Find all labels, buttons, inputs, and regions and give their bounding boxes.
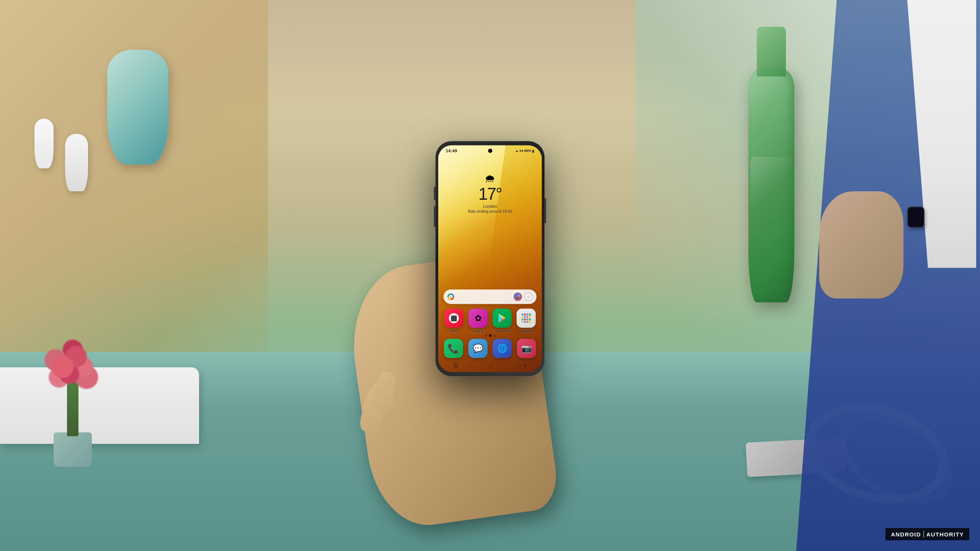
watermark-android: ANDROID	[891, 531, 921, 538]
page-indicators	[485, 334, 495, 337]
status-icons: ▲ ●● 80% ▮	[515, 148, 534, 153]
person-right-hand	[819, 191, 903, 298]
weather-widget[interactable]: 🌧 17° London Rain ending around 16:00	[456, 172, 524, 214]
wifi-icon: ▲	[515, 149, 519, 153]
back-button[interactable]: ‹	[524, 360, 527, 369]
play-store-label: Play Store	[494, 329, 510, 333]
app-google[interactable]: Google	[515, 309, 537, 333]
dock-bar: 📞 💬 🌐 📷	[442, 337, 538, 360]
app-gallery[interactable]: ✿ Gallery	[467, 309, 489, 333]
flower-arrangement	[31, 333, 115, 467]
phone-frame: 14:49 ▲ ●● 80% ▮ 🌧 17° London Rain endin…	[436, 141, 545, 377]
phone-app-icon: 📞	[444, 339, 463, 358]
google-logo: G	[448, 293, 454, 300]
play-store-logo	[497, 313, 507, 323]
dock-samsung-internet-app[interactable]: 🌐	[491, 339, 514, 358]
weather-temperature: 17°	[456, 186, 524, 202]
phone-screen: 14:49 ▲ ●● 80% ▮ 🌧 17° London Rain endin…	[438, 145, 542, 372]
camera-app-icon: 📷	[517, 339, 536, 358]
battery-text: 80%	[524, 149, 531, 153]
google-search-bar[interactable]: G 🎤 ⊙	[444, 290, 537, 304]
weather-city: London	[456, 204, 524, 209]
nav-bar: ||| ○ ‹	[438, 360, 542, 370]
dock-messages-app[interactable]: 💬	[466, 339, 489, 358]
weather-description: Rain ending around 16:00	[456, 209, 524, 214]
android-authority-watermark: ANDROID AUTHORITY	[885, 528, 969, 540]
status-time: 14:49	[446, 148, 457, 153]
play-store-icon	[492, 309, 511, 328]
signal-icon: ●●	[519, 149, 524, 153]
google-lens-icon[interactable]: ⊙	[524, 293, 533, 301]
watermark-divider	[923, 531, 924, 538]
dot-2-active	[489, 334, 492, 337]
battery-icon: ▮	[532, 148, 534, 153]
app-play-store[interactable]: Play Store	[491, 309, 513, 333]
smartwatch	[907, 207, 924, 228]
store-label: Store	[450, 329, 458, 333]
google-icon	[516, 309, 536, 328]
vase-teal-large	[107, 50, 168, 165]
vase-small-2	[65, 134, 88, 191]
store-icon: ⬛	[444, 309, 464, 328]
weather-icon: 🌧	[456, 172, 524, 185]
watermark-authority: AUTHORITY	[926, 531, 964, 538]
app-store[interactable]: ⬛ Store	[443, 309, 466, 333]
dock-camera-app[interactable]: 📷	[515, 339, 538, 358]
messages-app-icon: 💬	[468, 339, 487, 358]
voice-search-icon[interactable]: 🎤	[514, 293, 522, 301]
dot-1	[485, 335, 487, 337]
vase-small-1	[34, 119, 54, 168]
dot-3	[493, 335, 495, 337]
recents-button[interactable]: |||	[454, 362, 458, 368]
front-camera	[488, 149, 492, 153]
phone-hand-scene: 14:49 ▲ ●● 80% ▮ 🌧 17° London Rain endin…	[371, 69, 609, 490]
google-app-label: Google	[521, 329, 532, 333]
samsung-internet-icon: 🌐	[493, 339, 512, 358]
gallery-label: Gallery	[472, 329, 483, 333]
home-button[interactable]: ○	[489, 361, 493, 369]
gallery-icon: ✿	[469, 309, 488, 328]
dock-phone-app[interactable]: 📞	[442, 339, 465, 358]
home-screen-apps: ⬛ Store ✿ Gallery	[443, 309, 537, 333]
green-glass-bottle	[739, 19, 804, 302]
